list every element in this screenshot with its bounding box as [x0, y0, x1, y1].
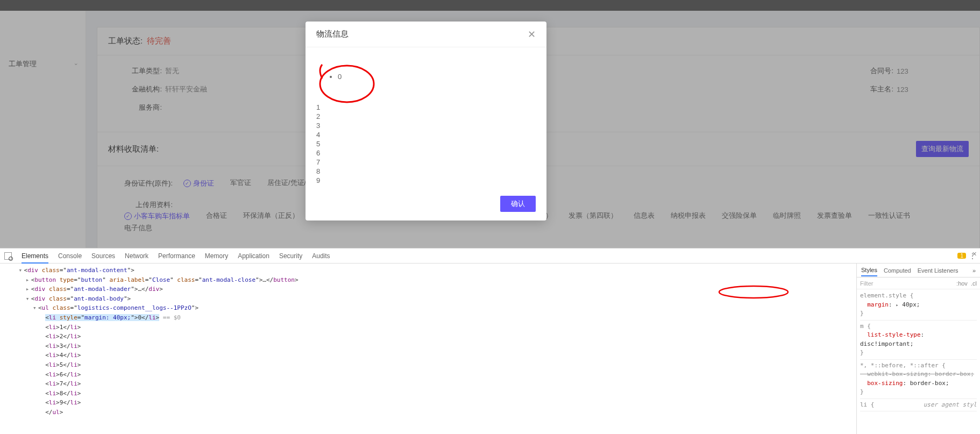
logistics-log-list: 0123456789	[316, 72, 536, 185]
logistics-modal: 物流信息 ✕ 0123456789 确认	[306, 22, 546, 220]
modal-title: 物流信息	[316, 29, 349, 39]
dom-line[interactable]: <li>4</li>	[4, 351, 852, 360]
log-item: 6	[316, 148, 536, 158]
styles-tab[interactable]: Event Listeners	[918, 267, 958, 274]
dom-line[interactable]: <div class="ant-modal-body">	[4, 294, 852, 304]
dom-line[interactable]: <li>5</li>	[4, 360, 852, 370]
devtools-tab[interactable]: Elements	[22, 252, 48, 264]
styles-tabbar: StylesComputedEvent Listeners»	[857, 264, 980, 278]
devtools-close-icon[interactable]: ✕	[972, 251, 977, 258]
styles-filter-row: Filter :hov .cl	[857, 278, 980, 289]
dom-line[interactable]: <li>7</li>	[4, 379, 852, 389]
dom-line[interactable]: <li>3</li>	[4, 341, 852, 351]
dom-line[interactable]: <div class="ant-modal-content">	[4, 266, 852, 275]
log-item: 7	[316, 158, 536, 167]
devtools-tab[interactable]: Console	[58, 252, 82, 260]
log-item: 8	[316, 167, 536, 176]
log-item: 5	[316, 139, 536, 148]
styles-tab[interactable]: Computed	[884, 267, 911, 274]
dom-line[interactable]: <li>6</li>	[4, 370, 852, 380]
modal-body: 0123456789	[306, 47, 546, 190]
log-item: 4	[316, 130, 536, 139]
dom-line[interactable]: <div class="ant-modal-header">…</div>	[4, 284, 852, 294]
log-item: 2	[316, 112, 536, 121]
devtools-dom-tree[interactable]: <div class="ant-modal-content"> <button …	[0, 264, 856, 434]
styles-tab[interactable]: Styles	[861, 267, 877, 276]
error-badge[interactable]: 1	[957, 253, 966, 259]
confirm-button[interactable]: 确认	[500, 196, 536, 212]
devtools-tabbar: ElementsConsoleSourcesNetworkPerformance…	[0, 248, 980, 264]
close-icon[interactable]: ✕	[528, 30, 536, 39]
dom-line[interactable]: <li>1</li>	[4, 323, 852, 332]
dom-line[interactable]: <li>2</li>	[4, 332, 852, 341]
dom-line[interactable]: <li style="margin: 40px;">0</li> == $0	[4, 313, 852, 323]
modal-footer: 确认	[306, 190, 546, 220]
dom-line[interactable]: <button type="button" aria-label="Close"…	[4, 275, 852, 285]
log-item: 3	[316, 121, 536, 130]
devtools-tab[interactable]: Network	[125, 252, 148, 260]
devtools-tab[interactable]: Application	[238, 252, 269, 260]
dom-line[interactable]: <li>9</li>	[4, 398, 852, 408]
devtools-panel: ✕ ElementsConsoleSourcesNetworkPerforman…	[0, 248, 980, 434]
dom-line[interactable]: <li>8</li>	[4, 389, 852, 399]
devtools-tab[interactable]: Performance	[158, 252, 195, 260]
modal-header: 物流信息 ✕	[306, 22, 546, 47]
log-item: 0	[338, 72, 514, 81]
styles-more-icon[interactable]: »	[972, 267, 976, 274]
dom-line[interactable]: </ul>	[4, 408, 852, 417]
log-item: 9	[316, 176, 536, 185]
devtools-tab[interactable]: Memory	[205, 252, 228, 260]
dom-line[interactable]: <ul class="logistics-component__logs--1P…	[4, 303, 852, 313]
devtools-styles-pane: StylesComputedEvent Listeners» Filter :h…	[856, 264, 980, 434]
devtools-tab[interactable]: Sources	[91, 252, 115, 260]
styles-rules[interactable]: element.style { margin: ▸ 40px; } m { li…	[857, 289, 980, 434]
devtools-tab[interactable]: Audits	[312, 252, 330, 260]
log-item: 1	[316, 103, 536, 112]
inspect-icon[interactable]	[4, 252, 12, 260]
devtools-body: <div class="ant-modal-content"> <button …	[0, 264, 980, 434]
devtools-tab[interactable]: Security	[279, 252, 302, 260]
styles-filter-input[interactable]: Filter	[860, 280, 873, 287]
